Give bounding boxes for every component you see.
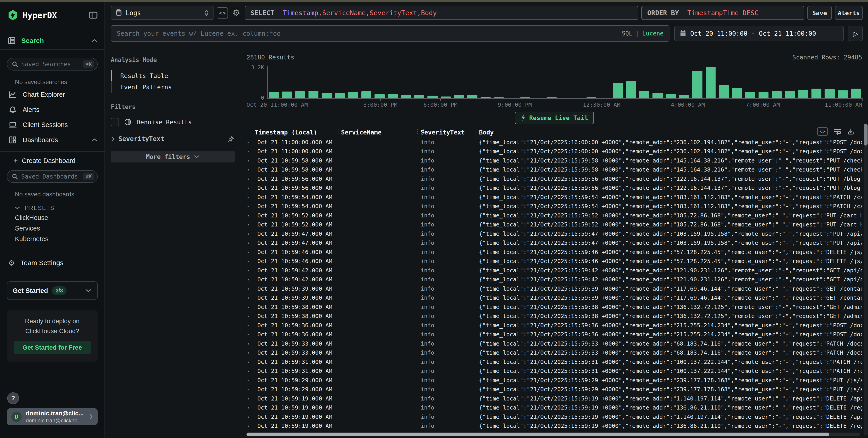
pin-icon[interactable] bbox=[227, 135, 235, 143]
denoise-checkbox[interactable] bbox=[111, 118, 119, 126]
row-expand-chevron[interactable]: › bbox=[247, 267, 255, 274]
table-row[interactable]: ›Oct 21 10:59:47.000 AMinfo{"time_local"… bbox=[247, 229, 862, 238]
order-by-input[interactable]: ORDER BY TimestampTime DESC bbox=[641, 6, 804, 20]
table-row[interactable]: ›Oct 21 10:59:52.000 AMinfo{"time_local"… bbox=[247, 211, 862, 220]
row-expand-chevron[interactable]: › bbox=[247, 295, 255, 301]
column-header-timestamp[interactable]: Timestamp (Local) bbox=[255, 129, 341, 136]
table-row[interactable]: ›Oct 21 10:59:38.000 AMinfo{"time_local"… bbox=[247, 312, 862, 321]
table-row[interactable]: ›Oct 21 10:59:56.000 AMinfo{"time_local"… bbox=[247, 183, 862, 193]
row-expand-chevron[interactable]: › bbox=[247, 231, 255, 237]
row-expand-chevron[interactable]: › bbox=[247, 285, 255, 292]
table-row[interactable]: ›Oct 21 10:59:29.000 AMinfo{"time_local"… bbox=[247, 376, 862, 385]
table-row[interactable]: ›Oct 21 10:59:56.000 AMinfo{"time_local"… bbox=[247, 174, 862, 183]
download-icon[interactable] bbox=[847, 128, 855, 135]
column-resize-handle[interactable]: ⋮⋮ bbox=[335, 128, 347, 135]
table-row[interactable]: ›Oct 21 10:59:42.000 AMinfo{"time_local"… bbox=[247, 266, 862, 275]
column-header-body[interactable]: ⋮⋮Body bbox=[479, 129, 862, 136]
facet-severitytext[interactable]: SeverityText bbox=[111, 135, 235, 143]
column-resize-handle[interactable]: ⋮⋮ bbox=[473, 128, 485, 135]
preset-item-clickhouse[interactable]: ClickHouse bbox=[15, 212, 104, 223]
row-expand-chevron[interactable]: › bbox=[247, 313, 255, 319]
table-row[interactable]: ›Oct 21 11:00:00.000 AMinfo{"time_local"… bbox=[247, 138, 862, 147]
select-columns-input[interactable]: SELECT Timestamp,ServiceName,SeverityTex… bbox=[245, 6, 638, 20]
row-expand-chevron[interactable]: › bbox=[247, 184, 255, 191]
histogram-plot[interactable] bbox=[267, 66, 862, 99]
row-expand-chevron[interactable]: › bbox=[247, 139, 255, 145]
table-row[interactable]: ›Oct 21 10:59:17.000 AMinfo{"time_local"… bbox=[247, 431, 862, 432]
horizontal-scrollbar[interactable] bbox=[247, 433, 860, 436]
table-row[interactable]: ›Oct 21 10:59:38.000 AMinfo{"time_local"… bbox=[247, 302, 862, 312]
column-header-severitytext[interactable]: ⋮⋮SeverityText bbox=[421, 129, 479, 136]
sql-editor-toggle-button[interactable]: <> bbox=[217, 7, 228, 19]
table-row[interactable]: ›Oct 21 10:59:46.000 AMinfo{"time_local"… bbox=[247, 257, 862, 266]
row-expand-chevron[interactable]: › bbox=[247, 221, 255, 228]
row-expand-chevron[interactable]: › bbox=[247, 413, 255, 420]
row-expand-chevron[interactable]: › bbox=[247, 240, 255, 246]
row-expand-chevron[interactable]: › bbox=[247, 395, 255, 402]
results-histogram[interactable]: 3.2K 0 bbox=[247, 66, 862, 99]
horizontal-scrollbar-thumb[interactable] bbox=[247, 433, 829, 436]
chevron-up-icon[interactable] bbox=[91, 138, 98, 142]
table-row[interactable]: ›Oct 21 10:59:31.000 AMinfo{"time_local"… bbox=[247, 367, 862, 376]
row-expand-chevron[interactable]: › bbox=[247, 176, 255, 182]
table-row[interactable]: ›Oct 21 10:59:52.000 AMinfo{"time_local"… bbox=[247, 220, 862, 229]
sidebar-item-alerts[interactable]: Alerts bbox=[9, 103, 98, 116]
resume-live-tail-button[interactable]: Resume Live Tail bbox=[515, 112, 594, 124]
table-row[interactable]: ›Oct 21 10:59:19.000 AMinfo{"time_local"… bbox=[247, 422, 862, 431]
row-expand-chevron[interactable]: › bbox=[247, 212, 255, 219]
table-row[interactable]: ›Oct 21 10:59:31.000 AMinfo{"time_local"… bbox=[247, 357, 862, 367]
row-expand-chevron[interactable]: › bbox=[247, 322, 255, 329]
tab-event-patterns[interactable]: Event Patterns bbox=[112, 81, 172, 93]
row-expand-chevron[interactable]: › bbox=[247, 157, 255, 164]
table-row[interactable]: ›Oct 21 10:59:33.000 AMinfo{"time_local"… bbox=[247, 348, 862, 358]
sidebar-item-search[interactable]: Search bbox=[8, 34, 98, 47]
row-expand-chevron[interactable]: › bbox=[247, 386, 255, 393]
table-row[interactable]: ›Oct 21 10:59:54.000 AMinfo{"time_local"… bbox=[247, 202, 862, 211]
row-expand-chevron[interactable]: › bbox=[247, 349, 255, 356]
row-expand-chevron[interactable]: › bbox=[247, 331, 255, 338]
save-button[interactable]: Save bbox=[807, 6, 832, 20]
chevron-up-icon[interactable] bbox=[91, 39, 98, 43]
row-expand-chevron[interactable]: › bbox=[247, 249, 255, 256]
language-lucene-toggle[interactable]: Lucene bbox=[642, 30, 663, 37]
search-input[interactable]: Search your events w/ Lucene ex. column:… bbox=[111, 25, 670, 42]
table-row[interactable]: ›Oct 21 10:59:19.000 AMinfo{"time_local"… bbox=[247, 394, 862, 403]
column-resize-handle[interactable]: ⋮⋮ bbox=[415, 128, 427, 135]
help-button[interactable]: ? bbox=[7, 392, 19, 404]
sidebar-item-client-sessions[interactable]: Client Sessions bbox=[9, 119, 98, 131]
table-row[interactable]: ›Oct 21 10:59:19.000 AMinfo{"time_local"… bbox=[247, 412, 862, 422]
expand-json-icon[interactable]: <> bbox=[817, 127, 828, 136]
preset-item-kubernetes[interactable]: Kubernetes bbox=[15, 234, 104, 244]
get-started-toggle[interactable]: Get Started 3/3 bbox=[7, 281, 98, 300]
table-row[interactable]: ›Oct 21 10:59:19.000 AMinfo{"time_local"… bbox=[247, 403, 862, 412]
vertical-scrollbar-thumb[interactable] bbox=[864, 124, 868, 145]
row-expand-chevron[interactable]: › bbox=[247, 203, 255, 209]
sidebar-collapse-icon[interactable] bbox=[89, 11, 98, 19]
table-row[interactable]: ›Oct 21 10:59:46.000 AMinfo{"time_local"… bbox=[247, 247, 862, 257]
alerts-button[interactable]: Alerts bbox=[835, 6, 863, 20]
vertical-scrollbar[interactable] bbox=[864, 124, 868, 436]
row-expand-chevron[interactable]: › bbox=[247, 148, 255, 155]
table-row[interactable]: ›Oct 21 10:59:42.000 AMinfo{"time_local"… bbox=[247, 275, 862, 284]
row-expand-chevron[interactable]: › bbox=[247, 166, 255, 173]
date-range-picker[interactable]: Oct 20 11:00:00 - Oct 21 11:00:00 bbox=[674, 26, 844, 41]
tab-results-table[interactable]: Results Table bbox=[112, 70, 172, 81]
run-search-button[interactable]: ▷ bbox=[848, 26, 863, 41]
get-started-free-button[interactable]: Get Started for Free bbox=[13, 341, 91, 354]
row-expand-chevron[interactable]: › bbox=[247, 276, 255, 283]
create-dashboard-button[interactable]: + Create Dashboard bbox=[13, 155, 98, 167]
source-select[interactable]: Logs bbox=[111, 6, 214, 20]
row-expand-chevron[interactable]: › bbox=[247, 258, 255, 264]
source-settings-button[interactable]: ⚙ bbox=[231, 8, 242, 18]
preset-item-services[interactable]: Services bbox=[15, 223, 104, 234]
sidebar-item-dashboards[interactable]: Dashboards bbox=[9, 134, 98, 146]
row-expand-chevron[interactable]: › bbox=[247, 423, 255, 429]
table-row[interactable]: ›Oct 21 10:59:58.000 AMinfo{"time_local"… bbox=[247, 165, 862, 174]
table-row[interactable]: ›Oct 21 11:00:00.000 AMinfo{"time_local"… bbox=[247, 147, 862, 156]
table-row[interactable]: ›Oct 21 10:59:36.000 AMinfo{"time_local"… bbox=[247, 321, 862, 330]
saved-dashboards-input[interactable]: Saved Dashboards ⌘K bbox=[7, 170, 98, 183]
table-row[interactable]: ›Oct 21 10:59:33.000 AMinfo{"time_local"… bbox=[247, 339, 862, 348]
table-row[interactable]: ›Oct 21 10:59:58.000 AMinfo{"time_local"… bbox=[247, 156, 862, 165]
row-expand-chevron[interactable]: › bbox=[247, 404, 255, 411]
row-expand-chevron[interactable]: › bbox=[247, 368, 255, 374]
